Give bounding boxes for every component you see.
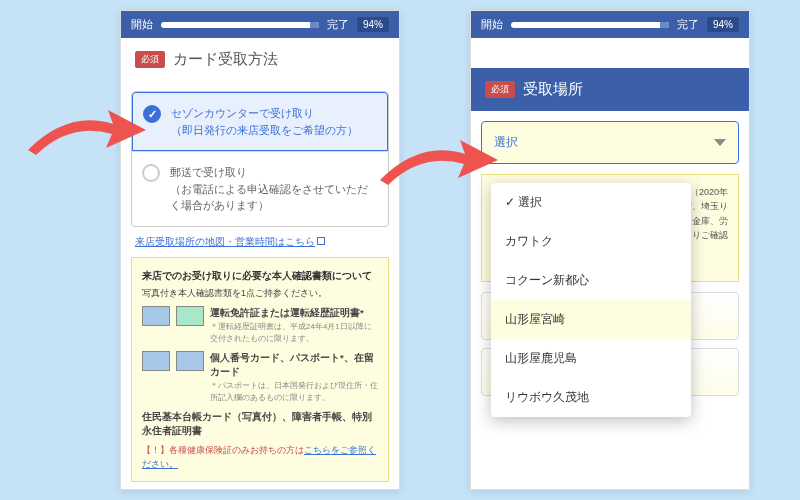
location-select[interactable]: 選択 (481, 121, 739, 164)
store-location-link[interactable]: 来店受取場所の地図・営業時間はこちら (131, 227, 389, 257)
passport-image-icon (176, 351, 204, 371)
radio-mail-pickup[interactable]: 郵送で受け取り （お電話による申込確認をさせていただく場合があります） (132, 151, 388, 226)
progress-start: 開始 (131, 17, 153, 32)
section-title: 受取場所 (523, 80, 583, 99)
progress-percent: 94% (707, 17, 739, 32)
id-documents-info: 来店でのお受け取りに必要な本人確認書類について 写真付き本人確認書類を1点ご持参… (131, 257, 389, 483)
doc-item-title: 運転免許証または運転経歴証明書* (210, 307, 364, 318)
dropdown-option[interactable]: 選択 (491, 183, 691, 222)
progress-track (161, 22, 319, 28)
progress-bar: 開始 完了 94% (121, 11, 399, 38)
warning-prefix: 【！】各種健康保険証のみお持ちの方は (142, 445, 304, 455)
license-image-icon (142, 306, 170, 326)
license-image-icon (176, 306, 204, 326)
dropdown-option[interactable]: コクーン新都心 (491, 261, 691, 300)
docs-subheading: 写真付き本人確認書類を1点ご持参ください。 (142, 287, 378, 301)
arrow-icon (18, 100, 148, 170)
section-header-receipt-method: 必須 カード受取方法 (121, 38, 399, 81)
dropdown-option[interactable]: カワトク (491, 222, 691, 261)
docs-heading: 来店でのお受け取りに必要な本人確認書類について (142, 268, 378, 283)
dropdown-option[interactable]: リウボウ久茂地 (491, 378, 691, 417)
section-header-pickup-location: 必須 受取場所 (471, 68, 749, 111)
radio-label-sub: （即日発行の来店受取をご希望の方） (171, 122, 358, 139)
progress-end: 完了 (677, 17, 699, 32)
required-badge: 必須 (135, 51, 165, 68)
doc-item-note: ＊パスポートは、日本国発行および現住所・住所記入欄のあるものに限ります。 (210, 380, 378, 404)
progress-track (511, 22, 669, 28)
receipt-method-radio-group: セゾンカウンターで受け取り （即日発行の来店受取をご希望の方） 郵送で受け取り … (131, 91, 389, 227)
phone-right: 開始 完了 94% 必須 受取場所 選択 選択 カワトク コクーン新都心 山形屋… (470, 10, 750, 490)
external-link-icon (317, 237, 325, 245)
dropdown-option[interactable]: 山形屋宮崎 (491, 300, 691, 339)
dropdown-option[interactable]: 山形屋鹿児島 (491, 339, 691, 378)
radio-label-main: 郵送で受け取り (170, 164, 378, 181)
chevron-down-icon (714, 139, 726, 146)
progress-percent: 94% (357, 17, 389, 32)
radio-counter-pickup[interactable]: セゾンカウンターで受け取り （即日発行の来店受取をご希望の方） (132, 92, 388, 151)
radio-label-sub: （お電話による申込確認をさせていただく場合があります） (170, 181, 378, 214)
location-dropdown-menu: 選択 カワトク コクーン新都心 山形屋宮崎 山形屋鹿児島 リウボウ久茂地 (491, 183, 691, 417)
doc-item-note: ＊運転経歴証明書は、平成24年4月1日以降に交付されたものに限ります。 (210, 321, 378, 345)
doc-item-title: 住民基本台帳カード（写真付）、障害者手帳、特別永住者証明書 (142, 410, 378, 439)
progress-start: 開始 (481, 17, 503, 32)
doc-item-title: 個人番号カード、パスポート*、在留カード (210, 352, 374, 378)
passport-image-icon (142, 351, 170, 371)
radio-label-main: セゾンカウンターで受け取り (171, 105, 358, 122)
phone-left: 開始 完了 94% 必須 カード受取方法 セゾンカウンターで受け取り （即日発行… (120, 10, 400, 490)
section-title: カード受取方法 (173, 50, 278, 69)
progress-end: 完了 (327, 17, 349, 32)
arrow-icon (370, 130, 500, 200)
required-badge: 必須 (485, 81, 515, 98)
progress-bar: 開始 完了 94% (471, 11, 749, 38)
